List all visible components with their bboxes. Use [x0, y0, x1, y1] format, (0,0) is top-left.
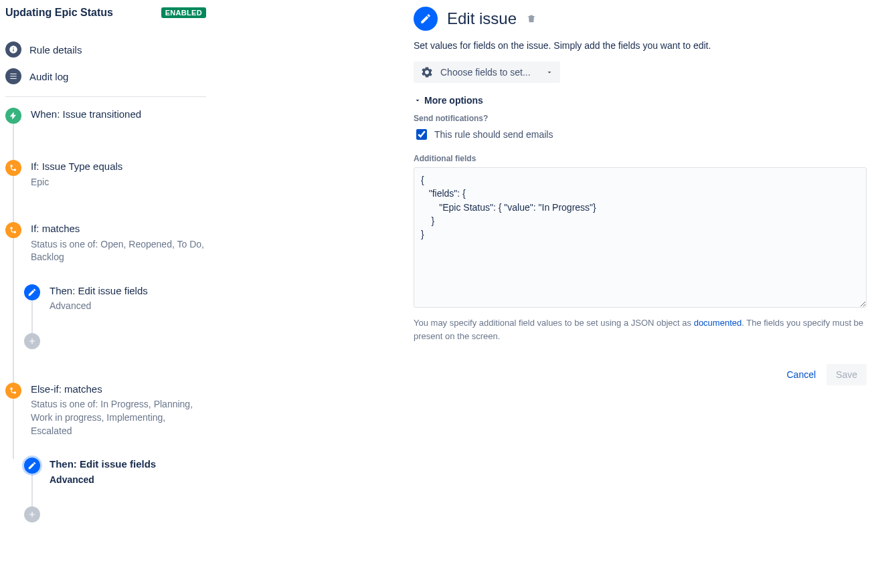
plus-icon — [24, 333, 40, 349]
flow-condition-else-if-title: Else-if: matches — [31, 383, 206, 396]
flow-action-edit-2-title: Then: Edit issue fields — [50, 458, 206, 471]
flow-trigger-title: When: Issue transitioned — [31, 108, 206, 121]
more-options-toggle[interactable]: More options — [414, 95, 867, 106]
flow-action-edit-1[interactable]: Then: Edit issue fields Advanced — [24, 284, 206, 333]
send-emails-checkbox[interactable] — [416, 129, 427, 140]
panel-description: Set values for fields on the issue. Simp… — [414, 40, 867, 51]
rule-title: Updating Epic Status — [5, 7, 113, 19]
flow-action-edit-2[interactable]: Then: Edit issue fields Advanced — [24, 458, 206, 506]
flow-condition-issue-type-sub: Epic — [31, 176, 206, 189]
choose-fields-button[interactable]: Choose fields to set... — [414, 62, 560, 83]
flow-trigger[interactable]: When: Issue transitioned — [5, 108, 206, 144]
flow-condition-if-matches-title: If: matches — [31, 222, 206, 235]
info-icon — [5, 41, 21, 58]
branch-icon — [5, 383, 21, 399]
gear-icon — [420, 66, 434, 79]
list-icon — [5, 68, 21, 84]
flow-condition-if-matches[interactable]: If: matches Status is one of: Open, Reop… — [5, 222, 206, 284]
bolt-icon — [5, 108, 21, 124]
flow-condition-if-matches-sub: Status is one of: Open, Reopened, To Do,… — [31, 238, 206, 264]
flow-condition-issue-type-title: If: Issue Type equals — [31, 160, 206, 173]
additional-fields-label: Additional fields — [414, 154, 867, 163]
flow-condition-else-if-sub: Status is one of: In Progress, Planning,… — [31, 398, 206, 437]
additional-fields-textarea[interactable] — [414, 167, 867, 308]
flow-action-edit-2-sub: Advanced — [50, 474, 206, 487]
status-lozenge: ENABLED — [161, 7, 206, 18]
sidebar-divider — [5, 96, 206, 97]
chevron-down-icon — [545, 68, 553, 76]
delete-action-button[interactable] — [526, 13, 537, 24]
more-options-label: More options — [424, 95, 483, 106]
documented-link[interactable]: documented — [694, 318, 742, 328]
flow-action-edit-1-title: Then: Edit issue fields — [50, 284, 206, 298]
panel-title: Edit issue — [447, 9, 517, 28]
nav-audit-log-label: Audit log — [29, 71, 68, 82]
flow-condition-else-if[interactable]: Else-if: matches Status is one of: In Pr… — [5, 383, 206, 458]
cancel-button[interactable]: Cancel — [778, 364, 824, 385]
flow-add-component-1[interactable] — [24, 333, 206, 383]
pencil-icon — [414, 7, 438, 31]
nav-rule-details-label: Rule details — [29, 44, 82, 56]
branch-icon — [5, 160, 21, 176]
additional-fields-helper: You may specify additional field values … — [414, 316, 867, 342]
save-button[interactable]: Save — [826, 364, 867, 385]
flow-add-component-2[interactable] — [24, 506, 206, 529]
plus-icon — [24, 506, 40, 522]
branch-icon — [5, 222, 21, 238]
send-emails-checkbox-label[interactable]: This rule should send emails — [434, 129, 553, 140]
flow-condition-issue-type[interactable]: If: Issue Type equals Epic — [5, 160, 206, 209]
nav-audit-log[interactable]: Audit log — [5, 63, 206, 90]
flow-action-edit-1-sub: Advanced — [50, 300, 206, 313]
send-notifications-label: Send notifications? — [414, 114, 867, 123]
choose-fields-label: Choose fields to set... — [440, 67, 531, 78]
pencil-icon — [24, 284, 40, 300]
nav-rule-details[interactable]: Rule details — [5, 36, 206, 63]
chevron-down-icon — [414, 96, 422, 104]
pencil-icon — [24, 458, 40, 474]
